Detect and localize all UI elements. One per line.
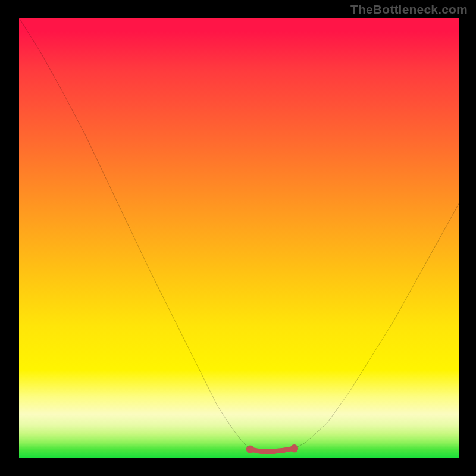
flat-segment-mid-dot-3 [281, 448, 286, 453]
chart-frame: TheBottleneck.com [0, 0, 476, 476]
flat-segment-mid-dot-2 [272, 449, 277, 454]
bottleneck-curve [19, 18, 459, 452]
curve-layer [19, 18, 459, 458]
watermark-text: TheBottleneck.com [350, 2, 468, 17]
flat-segment-start-dot [246, 446, 254, 453]
flat-segment-end-dot [290, 444, 298, 452]
plot-area [19, 18, 459, 458]
flat-segment-mid-dot-1 [263, 449, 268, 454]
